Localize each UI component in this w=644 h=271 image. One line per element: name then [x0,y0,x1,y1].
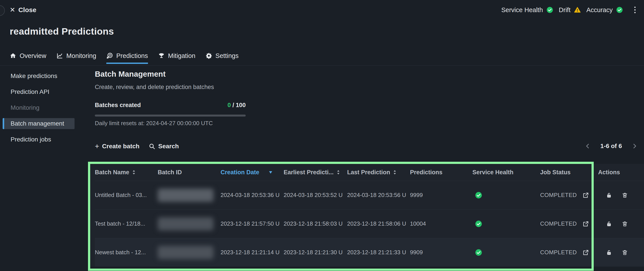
quota-total: 100 [236,102,246,108]
earliest-prediction: 2023-12-18 21:58:03 UTC [284,220,342,227]
tab-label: Overview [20,52,46,59]
column-header-creation-date[interactable]: Creation Date [220,169,284,176]
lock-icon[interactable] [606,250,612,256]
deployment-tabbar: Overview Monitoring Predictions M [10,51,239,61]
batch-id-redacted [158,246,214,259]
search-button[interactable]: Search [149,143,179,150]
batch-name: Test batch - 12/18... [95,220,152,227]
column-header-batch-id[interactable]: Batch ID [158,169,220,176]
column-label: Batch ID [158,169,182,176]
predictions-count: 9909 [410,249,423,256]
accuracy-label: Accuracy [586,6,613,14]
tab-mitigation[interactable]: Mitigation [158,51,196,61]
batch-name: Newest batch - 12... [95,249,152,256]
sort-updown-icon [132,169,136,175]
external-link-icon[interactable] [582,249,589,256]
tab-label: Mitigation [168,52,196,59]
sidebar-item-prediction-api[interactable]: Prediction API [3,86,74,97]
check-circle-icon [475,192,540,199]
sidebar-item-batch-management[interactable]: Batch management [3,118,74,129]
search-icon [149,143,155,150]
column-label: Predictions [410,169,442,176]
chart-line-icon [56,52,63,59]
sidebar-item-label: Prediction API [10,88,50,95]
sidebar-item-label: Prediction jobs [10,136,51,143]
close-label: Close [18,6,36,14]
batch-table: Batch Name Batch ID Creation Date Earlie… [90,164,644,267]
external-link-icon[interactable] [582,192,589,199]
create-batch-label: Create batch [102,143,140,150]
earliest-prediction: 2024-03-18 20:53:52 UTC [284,192,342,199]
job-status: COMPLETED [540,192,577,199]
lock-icon[interactable] [606,192,612,198]
page-title: readmitted Predictions [10,26,114,37]
sidebar-item-make-predictions[interactable]: Make predictions [3,70,74,81]
more-options-kebab-icon[interactable] [634,6,636,14]
sort-desc-icon [269,171,272,174]
tab-settings[interactable]: Settings [206,51,239,61]
tabbar-divider [0,65,644,66]
batch-id-redacted [158,189,214,202]
table-row[interactable]: Test batch - 12/18... 2023-12-18 21:57:5… [95,209,644,238]
sidebar-item-monitoring: Monitoring [3,102,74,113]
service-health-indicator[interactable]: Service Health [501,6,553,14]
predictions-count: 9999 [410,192,423,198]
column-header-predictions: Predictions [410,169,472,176]
column-header-service-health: Service Health [472,169,540,176]
check-circle-icon [475,249,540,256]
sidebar-item-label: Batch management [10,120,64,127]
section-subtitle: Create, review, and delete prediction ba… [95,84,214,91]
service-health-status [472,192,540,199]
trash-icon[interactable] [622,250,628,256]
search-label: Search [158,143,179,150]
creation-date: 2024-03-18 20:53:36 UTC [220,192,279,199]
quota-value: 0 / 100 [228,102,246,109]
quota-separator: / [231,102,236,108]
table-row[interactable]: Untitled Batch - 03... 2024-03-18 20:53:… [95,181,644,209]
chevron-left-icon[interactable] [584,142,592,150]
column-label: Earliest Predicti... [284,169,334,176]
column-header-actions: Actions [598,169,644,176]
column-header-last-prediction[interactable]: Last Prediction [347,169,410,176]
external-link-icon[interactable] [582,221,589,227]
tab-monitoring[interactable]: Monitoring [56,51,96,61]
close-button[interactable]: ✕ Close [10,6,36,14]
accuracy-indicator[interactable]: Accuracy [586,6,623,14]
job-status: COMPLETED [540,249,577,256]
trash-icon[interactable] [622,192,628,198]
column-label: Service Health [472,169,514,176]
table-row[interactable]: Newest batch - 12... 2023-12-18 21:21:14… [95,238,644,267]
drift-label: Drift [559,6,570,14]
edge-floating-button[interactable] [0,5,5,16]
tab-overview[interactable]: Overview [10,51,46,61]
daily-limit-note: Daily limit resets at: 2024-04-27 00:00:… [95,120,213,127]
sort-updown-icon [393,169,397,175]
warning-triangle-icon [574,6,581,13]
section-title: Batch Management [95,70,166,78]
tab-label: Predictions [116,52,148,59]
tab-label: Monitoring [66,52,96,59]
chevron-right-icon[interactable] [631,142,638,150]
sidebar-item-prediction-jobs[interactable]: Prediction jobs [3,134,74,145]
create-batch-button[interactable]: + Create batch [95,143,140,150]
lock-icon[interactable] [606,221,612,227]
drift-indicator[interactable]: Drift [559,6,581,14]
column-label: Actions [598,169,620,176]
close-icon: ✕ [10,6,15,13]
tab-predictions[interactable]: Predictions [106,51,148,61]
sidebar-item-label: Monitoring [10,104,40,111]
check-circle-icon [475,220,540,227]
check-circle-icon [616,6,623,13]
pagination: 1-6 of 6 [584,142,638,150]
trash-icon[interactable] [622,221,628,227]
check-circle-icon [546,6,553,13]
quota-progress-bar [95,115,246,117]
trophy-icon [158,52,165,59]
tab-label: Settings [216,52,239,59]
column-header-batch-name[interactable]: Batch Name [95,169,158,176]
predictions-target-icon [106,52,113,59]
column-header-earliest-prediction[interactable]: Earliest Predicti... [284,169,347,176]
quota-used: 0 [228,102,231,108]
service-health-label: Service Health [501,6,543,14]
deployment-status-indicators: Service Health Drift Accuracy [501,6,636,14]
